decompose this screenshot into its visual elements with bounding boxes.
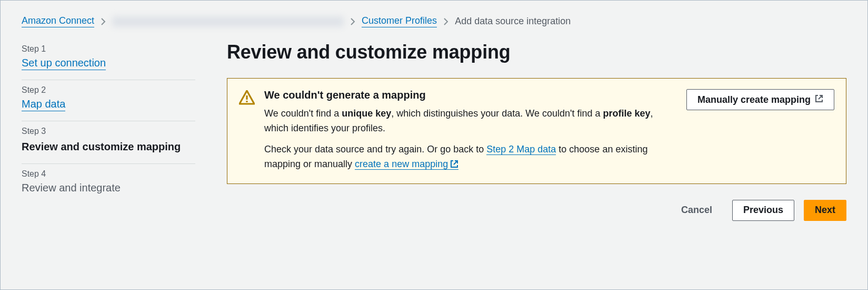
wizard-footer-actions: Cancel Previous Next: [227, 200, 846, 221]
alert-title: We couldn't generate a mapping: [264, 89, 677, 101]
wizard-step-4: Step 4 Review and integrate: [22, 164, 195, 204]
main-content: Review and customize mapping We couldn't…: [227, 39, 846, 221]
step-title-current: Review and customize mapping: [22, 139, 195, 154]
create-new-mapping-link[interactable]: create a new mapping: [355, 159, 458, 170]
step-2-map-data-link[interactable]: Step 2 Map data: [486, 144, 556, 155]
external-link-icon: [450, 158, 458, 173]
alert-paragraph-1: We couldn't find a unique key, which dis…: [264, 107, 677, 136]
breadcrumb: Amazon Connect Customer Profiles Add dat…: [22, 15, 846, 27]
manually-create-mapping-button[interactable]: Manually create mapping: [686, 89, 834, 110]
step-title-link[interactable]: Set up connection: [22, 57, 106, 70]
breadcrumb-current: Add data source integration: [455, 16, 571, 27]
step-title-link[interactable]: Map data: [22, 98, 65, 111]
svg-rect-0: [246, 95, 247, 100]
cancel-button[interactable]: Cancel: [671, 200, 723, 221]
previous-button[interactable]: Previous: [732, 200, 794, 221]
external-link-icon: [815, 94, 823, 105]
svg-rect-1: [246, 101, 247, 102]
step-number: Step 2: [22, 85, 195, 95]
chevron-right-icon: [101, 18, 106, 25]
step-title-future: Review and integrate: [22, 182, 195, 194]
step-number: Step 3: [22, 127, 195, 136]
wizard-step-3: Step 3 Review and customize mapping: [22, 121, 195, 164]
wizard-steps-sidebar: Step 1 Set up connection Step 2 Map data…: [22, 39, 195, 221]
wizard-step-1: Step 1 Set up connection: [22, 39, 195, 80]
chevron-right-icon: [443, 18, 448, 25]
wizard-step-2: Step 2 Map data: [22, 80, 195, 121]
breadcrumb-amazon-connect[interactable]: Amazon Connect: [22, 15, 94, 27]
alert-paragraph-2: Check your data source and try again. Or…: [264, 142, 677, 173]
page-title: Review and customize mapping: [227, 41, 846, 63]
breadcrumb-customer-profiles[interactable]: Customer Profiles: [362, 15, 437, 27]
step-number: Step 4: [22, 169, 195, 179]
next-button[interactable]: Next: [804, 200, 846, 221]
breadcrumb-redacted: [112, 16, 344, 27]
warning-icon: [239, 90, 255, 173]
chevron-right-icon: [350, 18, 355, 25]
step-number: Step 1: [22, 44, 195, 54]
warning-alert: We couldn't generate a mapping We couldn…: [227, 78, 846, 184]
